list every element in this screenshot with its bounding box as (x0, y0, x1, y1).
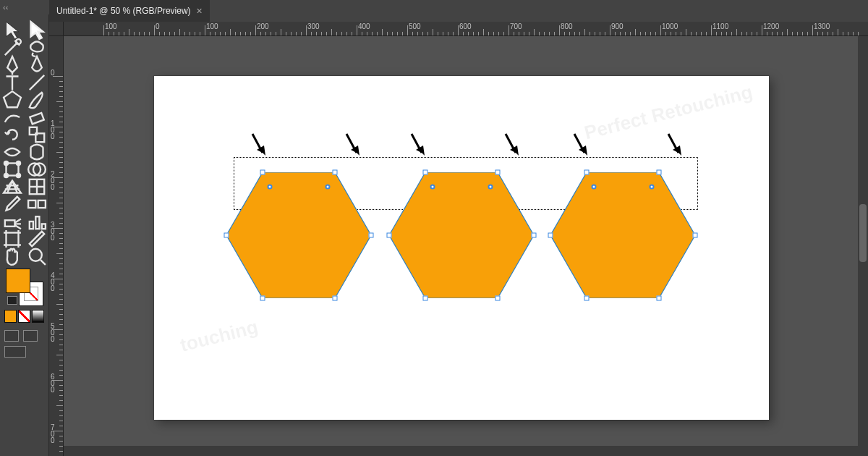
fill-color-swatch[interactable] (6, 269, 30, 293)
svg-rect-14 (38, 200, 46, 208)
swap-colors-icon[interactable] (7, 296, 17, 305)
selection-handle[interactable] (423, 296, 428, 301)
svg-marker-22 (389, 172, 534, 298)
artboard[interactable]: Perfect Retouching touching (154, 76, 769, 420)
anchor-point[interactable] (592, 185, 597, 190)
svg-rect-19 (7, 233, 19, 245)
hexagon-shape[interactable] (550, 172, 695, 298)
selection-handle[interactable] (333, 296, 338, 301)
selection-handle[interactable] (224, 233, 229, 238)
screen-mode-button[interactable] (4, 346, 26, 358)
collapse-panel-button[interactable]: ‹‹ (0, 0, 49, 14)
color-mode-none[interactable] (18, 310, 30, 323)
hexagon-shape[interactable] (389, 172, 534, 298)
color-mode-gradient[interactable] (32, 310, 44, 323)
tab-bar: Untitled-1* @ 50 % (RGB/Preview) × (49, 0, 868, 22)
selection-handle[interactable] (584, 170, 590, 175)
anchor-point[interactable] (488, 185, 493, 190)
watermark-text: touching (178, 316, 260, 357)
anchor-point[interactable] (326, 185, 331, 190)
annotation-arrow-icon (407, 132, 429, 161)
selection-handle[interactable] (584, 296, 590, 301)
svg-marker-29 (416, 145, 425, 156)
svg-point-7 (17, 161, 20, 165)
color-swatch-area (0, 265, 48, 368)
selection-handle[interactable] (387, 233, 392, 238)
svg-marker-23 (550, 172, 695, 298)
svg-marker-21 (226, 172, 371, 298)
selection-handle[interactable] (260, 296, 265, 301)
selection-handle[interactable] (548, 233, 553, 238)
zoom-tool[interactable] (25, 248, 49, 265)
anchor-point[interactable] (268, 185, 273, 190)
annotation-arrow-icon (501, 132, 523, 161)
selection-handle[interactable] (657, 296, 662, 301)
selection-handle[interactable] (495, 296, 501, 301)
horizontal-scrollbar[interactable] (64, 446, 858, 456)
svg-marker-33 (579, 145, 587, 156)
svg-point-20 (30, 249, 42, 261)
svg-marker-27 (351, 145, 359, 156)
selection-handle[interactable] (423, 170, 428, 175)
selection-handle[interactable] (369, 233, 374, 238)
draw-behind-icon[interactable] (23, 330, 38, 342)
svg-point-6 (4, 161, 8, 165)
ruler-horizontal[interactable]: 1000100200300400500600700800900100011001… (64, 22, 868, 36)
annotation-arrow-icon (664, 132, 686, 161)
document-tab[interactable]: Untitled-1* @ 50 % (RGB/Preview) × (49, 0, 210, 22)
hexagon-shape[interactable] (226, 172, 371, 298)
svg-marker-31 (510, 145, 519, 156)
selection-handle[interactable] (657, 170, 662, 175)
ruler-origin[interactable] (49, 22, 64, 36)
svg-marker-25 (257, 145, 265, 156)
annotation-arrow-icon (570, 132, 592, 161)
svg-marker-35 (673, 145, 681, 156)
hand-tool[interactable] (0, 248, 25, 265)
draw-normal-icon[interactable] (4, 330, 19, 342)
vertical-scrollbar[interactable] (858, 36, 868, 456)
anchor-point[interactable] (430, 185, 435, 190)
selection-handle[interactable] (495, 170, 501, 175)
document-area: Untitled-1* @ 50 % (RGB/Preview) × 10001… (49, 0, 868, 456)
close-icon[interactable]: × (197, 5, 203, 17)
anchor-point[interactable] (650, 185, 655, 190)
selection-handle[interactable] (333, 170, 338, 175)
selection-handle[interactable] (260, 170, 265, 175)
selection-handle[interactable] (693, 233, 698, 238)
tools-panel: ‹‹ (0, 0, 49, 456)
color-mode-solid[interactable] (4, 310, 17, 323)
svg-rect-13 (28, 200, 35, 208)
canvas-viewport[interactable]: Perfect Retouching touching (64, 36, 868, 456)
selection-handle[interactable] (532, 233, 537, 238)
svg-rect-15 (5, 220, 15, 227)
svg-point-0 (16, 39, 21, 44)
annotation-arrow-icon (342, 132, 364, 161)
ruler-vertical[interactable]: 0100200300400500600700 (49, 36, 64, 456)
document-tab-title: Untitled-1* @ 50 % (RGB/Preview) (56, 6, 191, 16)
annotation-arrow-icon (248, 132, 270, 161)
